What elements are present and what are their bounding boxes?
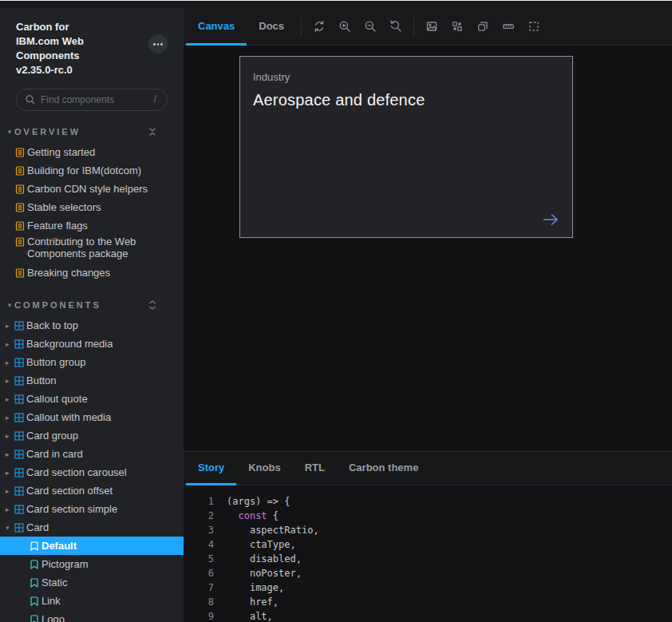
zoom-reset-button[interactable]: [383, 8, 409, 45]
code-line: 4 ctaType,: [184, 537, 672, 552]
sidebar-item-card-section-simple[interactable]: ▸ Card section simple: [0, 500, 176, 518]
sidebar-story-logo[interactable]: Logo: [0, 610, 184, 622]
code-line: 6 noPoster,: [184, 566, 672, 580]
item-label: Card group: [26, 430, 78, 442]
sidebar-item-button-group[interactable]: ▸ Button group: [0, 353, 176, 371]
code-line: 5 disabled,: [184, 552, 672, 566]
outline-button[interactable]: [521, 8, 547, 45]
collapse-section-button[interactable]: [148, 128, 156, 136]
background-toggle-button[interactable]: [419, 8, 445, 45]
search-shortcut-key: /: [154, 93, 156, 105]
sidebar-item-getting-started[interactable]: Getting started: [0, 143, 184, 161]
item-label: Contributing to the Web Components packa…: [27, 236, 143, 259]
line-number: 6: [184, 568, 214, 579]
remount-button[interactable]: [306, 8, 332, 45]
component-icon: [14, 468, 24, 477]
addon-panel: Story Knobs RTL Carbon theme 1(args) => …: [184, 451, 672, 622]
section-components-header[interactable]: ▾ COMPONENTS: [5, 299, 174, 311]
zoom-out-button[interactable]: [358, 8, 383, 45]
search-icon: [25, 94, 36, 105]
item-label: Feature flags: [27, 220, 88, 232]
line-number: 3: [184, 525, 214, 536]
sidebar-item-back-to-top[interactable]: ▸ Back to top: [0, 316, 176, 335]
expander-icon: ▸: [6, 414, 14, 422]
story-source-code[interactable]: 1(args) => { 2 const { 3 aspectRatio, 4 …: [184, 485, 672, 622]
sidebar-item-card-section-offset[interactable]: ▸ Card section offset: [0, 481, 176, 500]
sidebar-item-button[interactable]: ▸ Button: [0, 371, 176, 390]
sidebar-header: Carbon for IBM.com Web Components v2.35.…: [0, 8, 184, 77]
tab-story[interactable]: Story: [186, 452, 236, 485]
expand-all-button[interactable]: [148, 300, 156, 310]
item-label: Logo: [42, 613, 65, 622]
viewport-button[interactable]: [470, 8, 496, 45]
sidebar-item-background-media[interactable]: ▸ Background media: [0, 335, 176, 353]
line-number: 2: [184, 510, 214, 521]
sidebar-item-card-section-carousel[interactable]: ▸ Card section carousel: [0, 463, 176, 481]
grid-icon: [451, 20, 464, 33]
document-icon: [15, 237, 25, 247]
item-label: Link: [42, 595, 61, 607]
menu-button[interactable]: [148, 34, 168, 53]
item-label: Button: [26, 374, 57, 386]
expander-icon: ▸: [6, 395, 14, 403]
sidebar-item-callout-with-media[interactable]: ▸ Callout with media: [0, 408, 176, 426]
sidebar-story-link[interactable]: Link: [0, 592, 184, 610]
remount-icon: [313, 20, 326, 33]
expander-icon: ▾: [6, 524, 14, 532]
item-label: Static: [42, 576, 68, 588]
item-label: Background media: [26, 338, 113, 350]
sidebar-item-building-for-ibm[interactable]: Building for IBM(dotcom): [0, 161, 184, 180]
sidebar-item-card[interactable]: ▾ Card: [0, 518, 176, 537]
expander-icon: ▸: [6, 340, 14, 348]
background-icon: [425, 20, 438, 33]
sidebar-item-callout-quote[interactable]: ▸ Callout quote: [0, 390, 176, 408]
section-overview-header[interactable]: ▾ OVERVIEW: [5, 126, 174, 137]
section-components-title: COMPONENTS: [14, 300, 148, 310]
search-input[interactable]: [16, 89, 168, 111]
expander-icon: ▸: [6, 377, 14, 385]
preview-card[interactable]: Industry Aerospace and defence: [239, 56, 573, 238]
item-label: Building for IBM(dotcom): [27, 164, 141, 176]
main-panel: Canvas Docs: [184, 8, 672, 622]
bookmark-icon: [30, 578, 38, 588]
line-number: 1: [184, 496, 214, 507]
sidebar-story-default[interactable]: Default: [0, 537, 184, 555]
document-icon: [15, 221, 25, 231]
tab-knobs[interactable]: Knobs: [236, 452, 292, 485]
item-label: Default: [42, 540, 77, 552]
component-icon: [14, 431, 24, 441]
expander-icon: ▸: [6, 487, 14, 495]
tab-docs[interactable]: Docs: [247, 8, 296, 46]
component-icon: [14, 523, 24, 533]
toolbar-divider: [413, 17, 414, 36]
component-icon: [14, 450, 24, 459]
tab-canvas[interactable]: Canvas: [186, 8, 247, 46]
ellipsis-icon: [153, 43, 156, 46]
sidebar-item-card-in-card[interactable]: ▸ Card in card: [0, 445, 176, 463]
sidebar-item-carbon-cdn-style-helpers[interactable]: Carbon CDN style helpers: [0, 180, 184, 198]
sidebar-item-feature-flags[interactable]: Feature flags: [0, 216, 184, 235]
component-icon: [14, 376, 24, 386]
tab-carbon-theme[interactable]: Carbon theme: [337, 452, 430, 485]
sidebar-story-static[interactable]: Static: [0, 573, 184, 592]
tab-rtl[interactable]: RTL: [293, 452, 337, 485]
bookmark-icon: [30, 541, 38, 551]
measure-icon: [502, 20, 515, 33]
code-line: 1(args) => {: [184, 494, 672, 509]
sidebar-item-contributing[interactable]: Contributing to the Web Components packa…: [0, 235, 184, 263]
zoom-in-button[interactable]: [332, 8, 358, 45]
measure-button[interactable]: [496, 8, 521, 45]
line-number: 5: [184, 553, 214, 565]
sidebar-item-card-group[interactable]: ▸ Card group: [0, 426, 176, 445]
grid-toggle-button[interactable]: [445, 8, 470, 45]
document-icon: [15, 268, 25, 278]
item-label: Card section offset: [26, 485, 113, 497]
document-icon: [15, 203, 25, 212]
item-label: Back to top: [26, 319, 78, 331]
sidebar-item-stable-selectors[interactable]: Stable selectors: [0, 198, 184, 216]
arrow-right-icon[interactable]: [542, 212, 559, 227]
sidebar-story-pictogram[interactable]: Pictogram: [0, 555, 184, 573]
window-top-edge: [0, 0, 672, 1]
document-icon: [15, 184, 25, 194]
sidebar-item-breaking-changes[interactable]: Breaking changes: [0, 263, 184, 282]
